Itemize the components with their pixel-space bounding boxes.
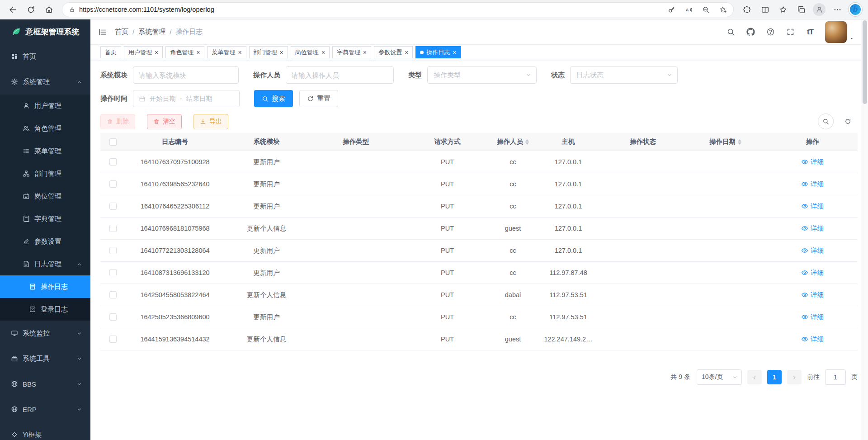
date-range-picker[interactable]: 开始日期 - 结束日期 bbox=[133, 90, 240, 107]
sidebar-toggle-button[interactable] bbox=[90, 19, 115, 45]
zoom-button[interactable] bbox=[699, 4, 712, 15]
address-bar[interactable]: https://ccnetcore.com:1101/system/log/op… bbox=[62, 3, 733, 17]
refresh-button[interactable] bbox=[23, 2, 39, 17]
prev-page-button[interactable]: ‹ bbox=[747, 370, 762, 384]
copilot-button[interactable]: b bbox=[847, 2, 863, 17]
fullscreen-button[interactable] bbox=[782, 23, 799, 41]
extensions-button[interactable] bbox=[739, 2, 755, 17]
favorites-button[interactable] bbox=[775, 2, 791, 17]
scrollbar-thumb[interactable] bbox=[863, 20, 867, 104]
search-button[interactable]: 搜索 bbox=[254, 90, 293, 107]
app-logo[interactable]: 意框架管理系统 bbox=[0, 19, 90, 44]
github-button[interactable] bbox=[742, 23, 759, 41]
page-number-1[interactable]: 1 bbox=[767, 370, 782, 384]
next-page-button[interactable]: › bbox=[787, 370, 802, 384]
font-size-button[interactable]: tT bbox=[802, 23, 819, 41]
url-text[interactable]: https://ccnetcore.com:1101/system/log/op… bbox=[79, 6, 661, 13]
detail-link[interactable]: 详细 bbox=[801, 291, 824, 299]
delete-button[interactable]: 删除 bbox=[100, 114, 135, 129]
sort-icon[interactable] bbox=[525, 139, 529, 145]
select-all-checkbox[interactable] bbox=[109, 138, 117, 146]
row-checkbox[interactable] bbox=[109, 313, 117, 321]
tab-department-management[interactable]: 部门管理× bbox=[249, 46, 288, 58]
sidebar-item-dictionary-management[interactable]: 字典管理 bbox=[0, 208, 90, 230]
sidebar-item-system-monitor[interactable]: 系统监控 bbox=[0, 321, 90, 346]
read-aloud-button[interactable] bbox=[682, 4, 695, 15]
type-select[interactable]: 操作类型 bbox=[427, 66, 537, 84]
page-size-select[interactable]: 10条/页 bbox=[697, 369, 742, 385]
goto-page-input[interactable] bbox=[825, 369, 846, 385]
row-checkbox[interactable] bbox=[109, 247, 117, 254]
toggle-search-button[interactable] bbox=[818, 114, 834, 129]
header-search-button[interactable] bbox=[722, 23, 739, 41]
tab-user-management[interactable]: 用户管理× bbox=[124, 46, 163, 58]
sidebar-item-department-management[interactable]: 部门管理 bbox=[0, 162, 90, 185]
detail-link[interactable]: 详细 bbox=[801, 180, 824, 189]
sidebar-item-user-management[interactable]: 用户管理 bbox=[0, 95, 90, 117]
row-checkbox[interactable] bbox=[109, 225, 117, 232]
sort-icon[interactable] bbox=[738, 139, 741, 145]
sidebar-item-yi-framework[interactable]: Yi框架 bbox=[0, 422, 90, 440]
sidebar-item-menu-management[interactable]: 菜单管理 bbox=[0, 140, 90, 162]
sidebar-item-erp[interactable]: ERP bbox=[0, 397, 90, 422]
reset-button[interactable]: 重置 bbox=[299, 90, 338, 107]
column-operation-date[interactable]: 操作日期 bbox=[684, 137, 767, 146]
breadcrumb-system-management[interactable]: 系统管理 bbox=[138, 28, 165, 36]
sidebar-item-system-management[interactable]: 系统管理 bbox=[0, 69, 90, 95]
detail-link[interactable]: 详细 bbox=[801, 202, 824, 211]
tab-operation-log[interactable]: 操作日志× bbox=[415, 46, 461, 58]
close-icon[interactable]: × bbox=[405, 49, 408, 56]
export-button[interactable]: 导出 bbox=[193, 114, 228, 129]
split-screen-button[interactable] bbox=[757, 2, 773, 17]
sidebar-item-operation-log[interactable]: 操作日志 bbox=[0, 275, 90, 298]
row-checkbox[interactable] bbox=[109, 203, 117, 210]
browser-menu-button[interactable] bbox=[829, 2, 845, 17]
close-icon[interactable]: × bbox=[238, 49, 241, 56]
module-input[interactable] bbox=[133, 66, 239, 84]
close-icon[interactable]: × bbox=[280, 49, 283, 56]
detail-link[interactable]: 详细 bbox=[801, 224, 824, 233]
sidebar-item-log-management[interactable]: 日志管理 bbox=[0, 253, 90, 275]
close-icon[interactable]: × bbox=[196, 49, 200, 56]
sidebar-item-role-management[interactable]: 角色管理 bbox=[0, 117, 90, 140]
detail-link[interactable]: 详细 bbox=[801, 246, 824, 255]
close-icon[interactable]: × bbox=[321, 49, 325, 56]
close-icon[interactable]: × bbox=[453, 49, 456, 56]
tab-role-management[interactable]: 角色管理× bbox=[165, 46, 204, 58]
password-key-button[interactable] bbox=[665, 4, 678, 15]
refresh-table-button[interactable] bbox=[840, 114, 856, 129]
sidebar-item-bbs[interactable]: BBS bbox=[0, 371, 90, 397]
detail-link[interactable]: 详细 bbox=[801, 269, 824, 277]
help-button[interactable] bbox=[762, 23, 779, 41]
home-button[interactable] bbox=[41, 2, 57, 17]
operator-input[interactable] bbox=[286, 66, 394, 84]
user-avatar-menu[interactable] bbox=[825, 21, 854, 43]
close-icon[interactable]: × bbox=[363, 49, 367, 56]
add-favorite-button[interactable] bbox=[716, 4, 730, 15]
detail-link[interactable]: 详细 bbox=[801, 313, 824, 322]
sidebar-item-system-tools[interactable]: 系统工具 bbox=[0, 346, 90, 371]
detail-link[interactable]: 详细 bbox=[801, 335, 824, 344]
tab-home[interactable]: 首页 bbox=[100, 46, 121, 58]
browser-profile-button[interactable] bbox=[811, 2, 827, 17]
sidebar-item-login-log[interactable]: 登录日志 bbox=[0, 298, 90, 321]
collections-button[interactable] bbox=[793, 2, 809, 17]
close-icon[interactable]: × bbox=[155, 49, 158, 56]
tab-dictionary-management[interactable]: 字典管理× bbox=[332, 46, 371, 58]
row-checkbox[interactable] bbox=[109, 291, 117, 298]
row-checkbox[interactable] bbox=[109, 336, 117, 343]
row-checkbox[interactable] bbox=[109, 180, 117, 188]
tab-post-management[interactable]: 岗位管理× bbox=[291, 46, 330, 58]
detail-link[interactable]: 详细 bbox=[801, 158, 824, 166]
sidebar-item-post-management[interactable]: 岗位管理 bbox=[0, 185, 90, 208]
page-scrollbar[interactable] bbox=[861, 19, 868, 440]
tab-menu-management[interactable]: 菜单管理× bbox=[207, 46, 246, 58]
column-operator[interactable]: 操作人员 bbox=[491, 137, 534, 146]
breadcrumb-home[interactable]: 首页 bbox=[115, 28, 128, 36]
sidebar-item-home[interactable]: 首页 bbox=[0, 44, 90, 69]
sidebar-item-parameter-settings[interactable]: 参数设置 bbox=[0, 230, 90, 253]
clear-button[interactable]: 清空 bbox=[147, 114, 182, 129]
row-checkbox[interactable] bbox=[109, 158, 117, 166]
back-button[interactable] bbox=[5, 2, 21, 17]
status-select[interactable]: 日志状态 bbox=[570, 66, 678, 84]
